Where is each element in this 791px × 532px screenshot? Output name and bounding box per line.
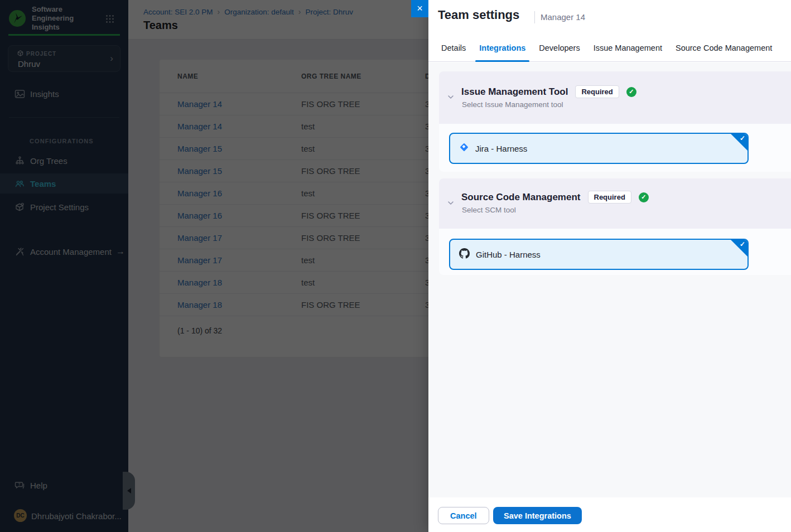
tab-integrations[interactable]: Integrations bbox=[472, 34, 532, 61]
success-check-icon: ✓ bbox=[639, 192, 649, 202]
required-badge: Required bbox=[588, 191, 631, 204]
tab-details[interactable]: Details bbox=[435, 34, 472, 61]
jira-icon bbox=[459, 142, 469, 154]
drawer-footer: Cancel Save Integrations bbox=[428, 497, 791, 532]
integration-card-github[interactable]: GitHub - Harness ✓ bbox=[449, 239, 749, 270]
team-settings-drawer: Team settings Manager 14 Details Integra… bbox=[428, 0, 791, 532]
section-subtitle: Select Issue Management tool bbox=[462, 100, 563, 109]
section-header[interactable]: Issue Management Tool Required ✓ Select … bbox=[439, 71, 791, 124]
section-header[interactable]: Source Code Management Required ✓ Select… bbox=[439, 178, 791, 229]
selected-check-icon: ✓ bbox=[740, 134, 745, 142]
section-subtitle: Select SCM tool bbox=[462, 206, 516, 214]
integration-card-jira[interactable]: Jira - Harness ✓ bbox=[449, 133, 749, 164]
section-source-code-management: Source Code Management Required ✓ Select… bbox=[439, 178, 791, 275]
drawer-close-button[interactable]: × bbox=[411, 0, 428, 17]
drawer-title: Team settings bbox=[438, 8, 519, 22]
drawer-tabs: Details Integrations Developers Issue Ma… bbox=[428, 34, 791, 62]
chevron-down-icon[interactable] bbox=[446, 93, 455, 101]
title-divider bbox=[534, 11, 535, 23]
section-title: Source Code Management bbox=[461, 192, 581, 203]
github-icon bbox=[459, 248, 470, 261]
tab-source-code-management[interactable]: Source Code Management bbox=[669, 34, 779, 61]
drawer-body: Issue Management Tool Required ✓ Select … bbox=[428, 62, 791, 497]
section-title: Issue Management Tool bbox=[461, 86, 568, 98]
save-integrations-button[interactable]: Save Integrations bbox=[493, 507, 582, 524]
section-body: Jira - Harness ✓ bbox=[439, 124, 791, 172]
app-root: Software Engineering Insights PROJECT Dh… bbox=[0, 0, 791, 532]
chevron-down-icon[interactable] bbox=[446, 199, 455, 207]
drawer-backdrop[interactable] bbox=[0, 0, 428, 532]
tab-issue-management[interactable]: Issue Management bbox=[587, 34, 669, 61]
section-body: GitHub - Harness ✓ bbox=[439, 229, 791, 275]
selected-check-icon: ✓ bbox=[740, 240, 745, 248]
integration-card-label: GitHub - Harness bbox=[476, 250, 541, 259]
tab-developers[interactable]: Developers bbox=[532, 34, 586, 61]
section-issue-management-tool: Issue Management Tool Required ✓ Select … bbox=[439, 71, 791, 172]
success-check-icon: ✓ bbox=[626, 87, 636, 97]
cancel-button[interactable]: Cancel bbox=[438, 507, 489, 524]
drawer-subtitle: Manager 14 bbox=[541, 12, 585, 22]
close-icon: × bbox=[417, 3, 423, 14]
required-badge: Required bbox=[575, 85, 619, 98]
integration-card-label: Jira - Harness bbox=[475, 144, 527, 153]
